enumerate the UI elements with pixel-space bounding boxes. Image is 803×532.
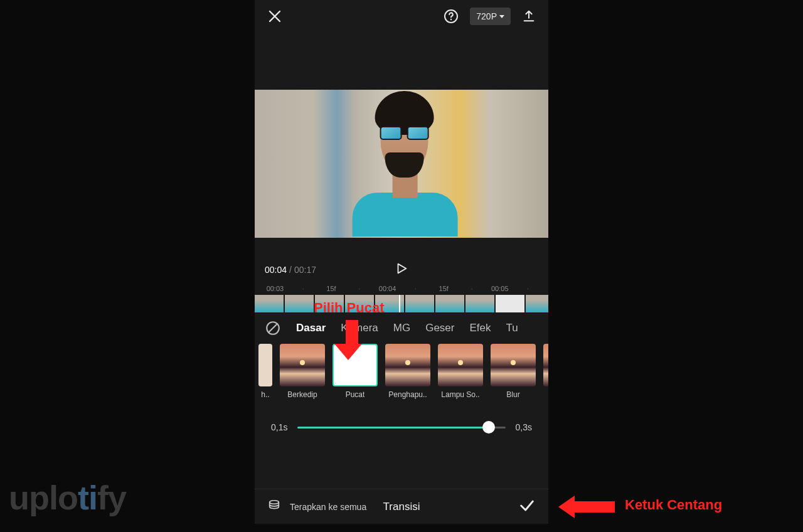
ruler-mark: 00:04 <box>373 285 402 292</box>
confirm-check-icon[interactable] <box>518 497 536 517</box>
player-controls: 00:04 / 00:17 <box>255 257 548 282</box>
ruler-mark: 15f <box>430 285 458 292</box>
effect-thumb <box>258 344 272 386</box>
timeline-thumb[interactable] <box>255 295 284 312</box>
effect-thumb <box>491 344 536 386</box>
video-editor-screen: 720P 00:04 / 00:17 00: <box>255 0 548 524</box>
effect-label: h.. <box>261 390 269 399</box>
annotation-pilih-pucat: Pilih Pucat <box>314 300 384 316</box>
tab-geser[interactable]: Geser <box>425 322 454 334</box>
timeline-thumb[interactable] <box>465 295 494 312</box>
ruler-dot: · <box>289 285 317 292</box>
tab-mg[interactable]: MG <box>393 322 410 334</box>
effect-thumb <box>543 344 548 386</box>
effect-label: Pucat <box>346 390 365 399</box>
effect-thumb <box>280 344 325 386</box>
effect-item[interactable] <box>543 344 548 386</box>
tab-dasar[interactable]: Dasar <box>296 322 326 334</box>
effect-label: Blur <box>506 390 519 399</box>
timeline-thumb[interactable] <box>526 295 548 312</box>
timeline-ruler[interactable]: 00:03 · 15f · 00:04 · 15f · 00:05 · <box>255 282 548 295</box>
effect-label: Penghapu.. <box>388 390 427 399</box>
video-preview[interactable] <box>255 70 548 257</box>
close-icon[interactable] <box>267 9 282 24</box>
watermark-p2: ti <box>78 479 97 516</box>
panel-title: Transisi <box>383 501 420 513</box>
transition-category-tabs: Dasar Kamera MG Geser Efek Tu <box>255 312 548 344</box>
effect-label: Lampu So.. <box>441 390 479 399</box>
resolution-button[interactable]: 720P <box>470 8 511 25</box>
ruler-mark: 00:05 <box>486 285 514 292</box>
bottom-bar: Terapkan ke semua Transisi <box>255 489 548 524</box>
playhead[interactable] <box>399 295 400 312</box>
total-duration: 00:17 <box>294 265 316 275</box>
svg-point-3 <box>270 500 279 504</box>
effect-item-blur[interactable]: Blur <box>491 344 536 399</box>
effect-label: Berkedip <box>287 390 317 399</box>
export-icon[interactable] <box>522 9 536 23</box>
annotation-arrow-left-icon <box>558 496 615 518</box>
ruler-dot: · <box>458 285 486 292</box>
none-icon[interactable] <box>265 320 281 336</box>
effect-item-berkedip[interactable]: Berkedip <box>280 344 325 399</box>
timeline-thumb[interactable] <box>435 295 464 312</box>
effect-thumb <box>385 344 430 386</box>
current-time: 00:04 <box>265 265 287 275</box>
transition-effects-row[interactable]: h.. Berkedip Pucat Penghapu.. Lampu So..… <box>255 344 548 410</box>
effect-item[interactable]: h.. <box>258 344 272 399</box>
duration-slider-row: 0,1s 0,3s <box>255 410 548 444</box>
ruler-mark: 00:03 <box>261 285 289 292</box>
effect-thumb <box>438 344 483 386</box>
slider-knob[interactable] <box>482 421 495 434</box>
timeline-thumb[interactable] <box>496 295 524 312</box>
watermark-p3: fy <box>97 479 126 516</box>
play-icon[interactable] <box>395 262 408 278</box>
ruler-dot: · <box>514 285 542 292</box>
ruler-dot: · <box>402 285 430 292</box>
top-bar: 720P <box>255 0 548 33</box>
watermark: uplotify <box>9 478 126 517</box>
effect-item-lampu[interactable]: Lampu So.. <box>438 344 483 399</box>
annotation-arrow-down-icon <box>342 320 362 360</box>
chevron-down-icon <box>499 15 504 18</box>
time-separator: / <box>289 265 292 275</box>
timeline-thumb[interactable] <box>405 295 434 312</box>
duration-slider[interactable] <box>297 427 505 428</box>
slider-max-label: 0,3s <box>516 422 532 432</box>
tab-efek[interactable]: Efek <box>469 322 491 334</box>
apply-all-icon[interactable] <box>267 499 281 515</box>
timeline-thumb[interactable] <box>285 295 314 312</box>
svg-point-1 <box>450 19 452 20</box>
resolution-label: 720P <box>476 11 497 21</box>
tab-more[interactable]: Tu <box>506 322 518 334</box>
annotation-ketuk-centang: Ketuk Centang <box>625 497 722 513</box>
apply-all-label[interactable]: Terapkan ke semua <box>290 502 366 512</box>
slider-min-label: 0,1s <box>271 422 287 432</box>
watermark-p1: uplo <box>9 479 78 516</box>
timeline-thumbnails[interactable] <box>255 295 548 312</box>
ruler-dot: · <box>345 285 373 292</box>
preview-frame <box>255 90 548 238</box>
help-icon[interactable] <box>444 9 459 24</box>
effect-item-penghapu[interactable]: Penghapu.. <box>385 344 430 399</box>
ruler-mark: 15f <box>317 285 346 292</box>
